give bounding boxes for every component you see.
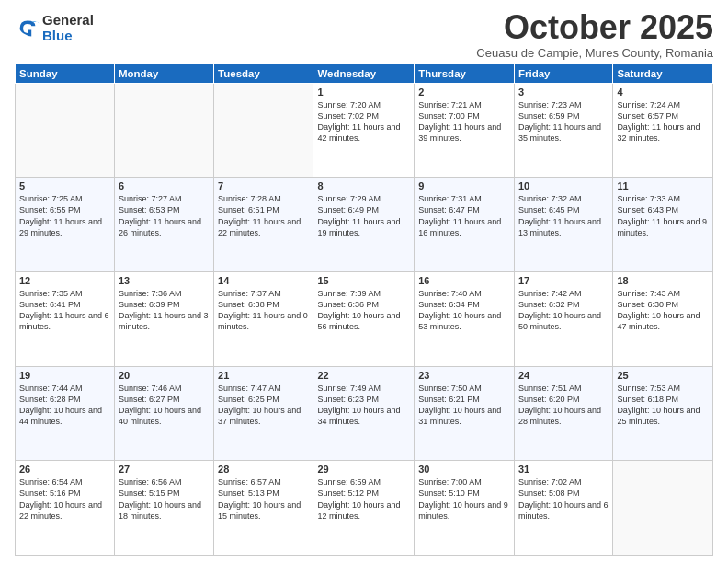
cell-content: Sunrise: 7:37 AM Sunset: 6:38 PM Dayligh… xyxy=(218,288,309,333)
cell-content: Sunrise: 7:00 AM Sunset: 5:10 PM Dayligh… xyxy=(418,477,510,522)
cell-content: Sunrise: 7:27 AM Sunset: 6:53 PM Dayligh… xyxy=(119,193,210,238)
calendar-cell: 24Sunrise: 7:51 AM Sunset: 6:20 PM Dayli… xyxy=(514,366,612,461)
calendar-cell: 28Sunrise: 6:57 AM Sunset: 5:13 PM Dayli… xyxy=(214,461,313,556)
calendar-cell xyxy=(613,461,713,556)
cell-content: Sunrise: 6:54 AM Sunset: 5:16 PM Dayligh… xyxy=(19,477,110,522)
day-number: 23 xyxy=(418,370,510,381)
calendar-cell: 29Sunrise: 6:59 AM Sunset: 5:12 PM Dayli… xyxy=(313,461,415,556)
calendar-cell: 21Sunrise: 7:47 AM Sunset: 6:25 PM Dayli… xyxy=(214,366,313,461)
cell-content: Sunrise: 7:20 AM Sunset: 7:02 PM Dayligh… xyxy=(317,99,410,144)
day-header-monday: Monday xyxy=(114,63,213,83)
day-number: 7 xyxy=(218,180,309,191)
day-header-wednesday: Wednesday xyxy=(313,63,415,83)
cell-content: Sunrise: 7:36 AM Sunset: 6:39 PM Dayligh… xyxy=(119,288,210,333)
cell-content: Sunrise: 7:50 AM Sunset: 6:21 PM Dayligh… xyxy=(418,383,510,428)
calendar-cell: 7Sunrise: 7:28 AM Sunset: 6:51 PM Daylig… xyxy=(214,178,313,272)
day-number: 12 xyxy=(19,275,110,286)
calendar-cell: 31Sunrise: 7:02 AM Sunset: 5:08 PM Dayli… xyxy=(514,461,612,556)
day-number: 29 xyxy=(317,464,410,475)
day-number: 28 xyxy=(218,464,309,475)
day-number: 2 xyxy=(418,86,510,98)
subtitle: Ceuasu de Campie, Mures County, Romania xyxy=(476,46,713,60)
cell-content: Sunrise: 7:23 AM Sunset: 6:59 PM Dayligh… xyxy=(518,99,609,144)
week-row-3: 19Sunrise: 7:44 AM Sunset: 6:28 PM Dayli… xyxy=(16,366,713,461)
calendar-cell: 23Sunrise: 7:50 AM Sunset: 6:21 PM Dayli… xyxy=(415,366,515,461)
cell-content: Sunrise: 6:56 AM Sunset: 5:15 PM Dayligh… xyxy=(119,477,210,522)
header: General Blue October 2025 Ceuasu de Camp… xyxy=(15,9,713,60)
cell-content: Sunrise: 7:25 AM Sunset: 6:55 PM Dayligh… xyxy=(19,193,110,238)
day-header-friday: Friday xyxy=(514,63,612,83)
month-title: October 2025 xyxy=(476,9,713,46)
calendar-cell xyxy=(114,83,213,178)
calendar-cell: 3Sunrise: 7:23 AM Sunset: 6:59 PM Daylig… xyxy=(514,83,612,178)
day-number: 25 xyxy=(617,370,709,381)
day-number: 1 xyxy=(317,86,410,98)
calendar-cell: 27Sunrise: 6:56 AM Sunset: 5:15 PM Dayli… xyxy=(114,461,213,556)
cell-content: Sunrise: 7:49 AM Sunset: 6:23 PM Dayligh… xyxy=(317,383,410,428)
calendar-cell: 6Sunrise: 7:27 AM Sunset: 6:53 PM Daylig… xyxy=(114,178,213,272)
calendar-cell: 5Sunrise: 7:25 AM Sunset: 6:55 PM Daylig… xyxy=(16,178,115,272)
day-number: 4 xyxy=(617,86,709,98)
logo-blue: Blue xyxy=(42,29,94,44)
week-row-4: 26Sunrise: 6:54 AM Sunset: 5:16 PM Dayli… xyxy=(16,461,713,556)
day-number: 21 xyxy=(218,370,309,381)
cell-content: Sunrise: 7:51 AM Sunset: 6:20 PM Dayligh… xyxy=(518,383,609,428)
logo: General Blue xyxy=(15,13,94,43)
cell-content: Sunrise: 7:32 AM Sunset: 6:45 PM Dayligh… xyxy=(518,193,609,238)
calendar-cell: 19Sunrise: 7:44 AM Sunset: 6:28 PM Dayli… xyxy=(16,366,115,461)
calendar-cell: 22Sunrise: 7:49 AM Sunset: 6:23 PM Dayli… xyxy=(313,366,415,461)
calendar-cell xyxy=(214,83,313,178)
calendar-cell: 30Sunrise: 7:00 AM Sunset: 5:10 PM Dayli… xyxy=(415,461,515,556)
day-number: 10 xyxy=(518,180,609,191)
calendar-cell: 25Sunrise: 7:53 AM Sunset: 6:18 PM Dayli… xyxy=(613,366,713,461)
cell-content: Sunrise: 7:21 AM Sunset: 7:00 PM Dayligh… xyxy=(418,99,510,144)
cell-content: Sunrise: 7:44 AM Sunset: 6:28 PM Dayligh… xyxy=(19,383,110,428)
calendar-cell: 17Sunrise: 7:42 AM Sunset: 6:32 PM Dayli… xyxy=(514,271,612,366)
cell-content: Sunrise: 7:46 AM Sunset: 6:27 PM Dayligh… xyxy=(119,383,210,428)
day-number: 17 xyxy=(518,275,609,286)
day-number: 5 xyxy=(19,180,110,191)
calendar-cell xyxy=(16,83,115,178)
week-row-1: 5Sunrise: 7:25 AM Sunset: 6:55 PM Daylig… xyxy=(16,178,713,272)
cell-content: Sunrise: 6:57 AM Sunset: 5:13 PM Dayligh… xyxy=(218,477,309,522)
day-number: 20 xyxy=(119,370,210,381)
cell-content: Sunrise: 7:47 AM Sunset: 6:25 PM Dayligh… xyxy=(218,383,309,428)
calendar-cell: 16Sunrise: 7:40 AM Sunset: 6:34 PM Dayli… xyxy=(415,271,515,366)
cell-content: Sunrise: 7:39 AM Sunset: 6:36 PM Dayligh… xyxy=(317,288,410,333)
cell-content: Sunrise: 7:31 AM Sunset: 6:47 PM Dayligh… xyxy=(418,193,510,238)
day-number: 16 xyxy=(418,275,510,286)
cell-content: Sunrise: 7:42 AM Sunset: 6:32 PM Dayligh… xyxy=(518,288,609,333)
day-number: 19 xyxy=(19,370,110,381)
cell-content: Sunrise: 7:02 AM Sunset: 5:08 PM Dayligh… xyxy=(518,477,609,522)
calendar-cell: 8Sunrise: 7:29 AM Sunset: 6:49 PM Daylig… xyxy=(313,178,415,272)
day-number: 13 xyxy=(119,275,210,286)
day-number: 14 xyxy=(218,275,309,286)
calendar-cell: 12Sunrise: 7:35 AM Sunset: 6:41 PM Dayli… xyxy=(16,271,115,366)
day-number: 8 xyxy=(317,180,410,191)
day-number: 27 xyxy=(119,464,210,475)
day-number: 24 xyxy=(518,370,609,381)
day-number: 31 xyxy=(518,464,609,475)
calendar-cell: 13Sunrise: 7:36 AM Sunset: 6:39 PM Dayli… xyxy=(114,271,213,366)
week-row-2: 12Sunrise: 7:35 AM Sunset: 6:41 PM Dayli… xyxy=(16,271,713,366)
calendar-cell: 11Sunrise: 7:33 AM Sunset: 6:43 PM Dayli… xyxy=(613,178,713,272)
calendar-cell: 18Sunrise: 7:43 AM Sunset: 6:30 PM Dayli… xyxy=(613,271,713,366)
calendar-cell: 26Sunrise: 6:54 AM Sunset: 5:16 PM Dayli… xyxy=(16,461,115,556)
cell-content: Sunrise: 7:24 AM Sunset: 6:57 PM Dayligh… xyxy=(617,99,709,144)
calendar-cell: 1Sunrise: 7:20 AM Sunset: 7:02 PM Daylig… xyxy=(313,83,415,178)
calendar-cell: 10Sunrise: 7:32 AM Sunset: 6:45 PM Dayli… xyxy=(514,178,612,272)
calendar-cell: 9Sunrise: 7:31 AM Sunset: 6:47 PM Daylig… xyxy=(415,178,515,272)
title-block: October 2025 Ceuasu de Campie, Mures Cou… xyxy=(476,9,713,60)
day-number: 6 xyxy=(119,180,210,191)
page: General Blue October 2025 Ceuasu de Camp… xyxy=(0,0,728,563)
calendar-cell: 15Sunrise: 7:39 AM Sunset: 6:36 PM Dayli… xyxy=(313,271,415,366)
calendar-cell: 4Sunrise: 7:24 AM Sunset: 6:57 PM Daylig… xyxy=(613,83,713,178)
logo-icon xyxy=(15,16,40,41)
day-number: 26 xyxy=(19,464,110,475)
calendar: SundayMondayTuesdayWednesdayThursdayFrid… xyxy=(15,63,713,556)
cell-content: Sunrise: 7:53 AM Sunset: 6:18 PM Dayligh… xyxy=(617,383,709,428)
day-header-thursday: Thursday xyxy=(415,63,515,83)
logo-text: General Blue xyxy=(42,13,94,43)
day-header-sunday: Sunday xyxy=(16,63,115,83)
day-number: 30 xyxy=(418,464,510,475)
